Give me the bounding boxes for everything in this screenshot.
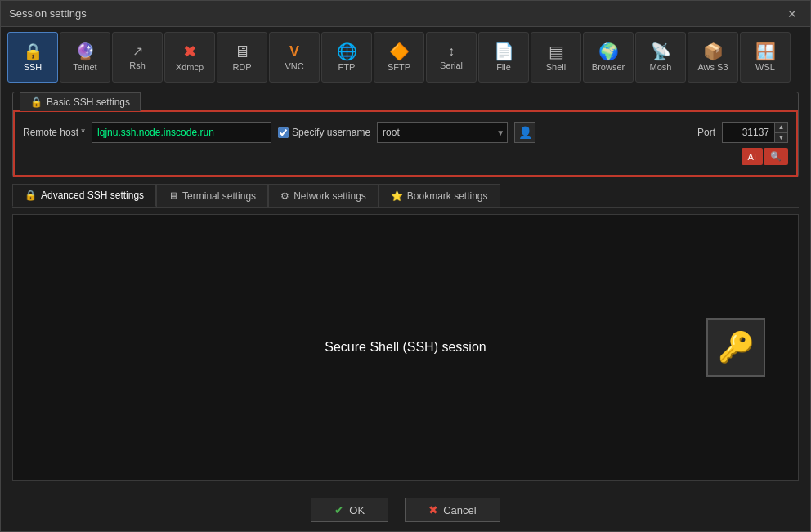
ftp-icon: 🌐 [337, 43, 357, 60]
proto-mosh-label: Mosh [650, 62, 672, 72]
remote-host-label: Remote host * [23, 127, 85, 138]
wsl-icon: 🪟 [755, 43, 776, 60]
proto-wsl-label: WSL [755, 62, 775, 72]
xdmcp-icon: ✖ [183, 43, 197, 60]
specify-username-checkbox[interactable] [278, 127, 289, 138]
specify-username-label: Specify username [292, 127, 370, 138]
proto-shell[interactable]: ▤ Shell [531, 32, 581, 83]
protocol-bar: 🔒 SSH 🔮 Telnet ↗ Rsh ✖ Xdmcp 🖥 RDP V VNC… [1, 27, 810, 83]
tab-bookmark[interactable]: ⭐ Bookmark settings [379, 184, 500, 207]
mosh-icon: 📡 [651, 43, 671, 60]
port-label: Port [697, 127, 715, 138]
basic-ssh-body: Remote host * Specify username root ▼ 👤 [13, 110, 798, 177]
proto-xdmcp-label: Xdmcp [176, 62, 204, 72]
host-row: Remote host * Specify username root ▼ 👤 [23, 122, 788, 143]
footer: ✔ OK ✖ Cancel [1, 489, 810, 531]
rsh-icon: ↗ [132, 45, 143, 58]
bookmark-icon: ⭐ [391, 190, 403, 202]
telnet-icon: 🔮 [75, 43, 96, 60]
proto-vnc[interactable]: V VNC [269, 32, 320, 83]
proto-ssh[interactable]: 🔒 SSH [7, 32, 58, 83]
ok-label: OK [349, 504, 365, 516]
file-icon: 📄 [494, 43, 514, 60]
cancel-label: Cancel [443, 504, 476, 516]
basic-ssh-panel: 🔒 Basic SSH settings Remote host * Speci… [12, 92, 799, 177]
proto-sftp[interactable]: 🔶 SFTP [374, 32, 424, 83]
ssh-icon: 🔒 [23, 43, 43, 60]
proto-vnc-label: VNC [285, 61, 303, 71]
specify-username-check: Specify username [278, 127, 370, 138]
proto-browser[interactable]: 🌍 Browser [583, 32, 634, 83]
proto-browser-label: Browser [592, 62, 625, 72]
tab-terminal[interactable]: 🖥 Terminal settings [156, 184, 268, 207]
proto-rdp[interactable]: 🖥 RDP [217, 32, 267, 83]
proto-mosh[interactable]: 📡 Mosh [635, 32, 686, 83]
search-button[interactable]: 🔍 [764, 148, 788, 165]
key-icon-box: 🔑 [706, 318, 765, 377]
tab-bookmark-label: Bookmark settings [407, 190, 488, 202]
tab-advanced-ssh-label: Advanced SSH settings [41, 190, 144, 201]
vnc-icon: V [289, 44, 299, 59]
cancel-button[interactable]: ✖ Cancel [405, 498, 500, 522]
basic-ssh-tab[interactable]: 🔒 Basic SSH settings [20, 92, 141, 111]
terminal-icon: 🖥 [168, 190, 178, 202]
ok-check-icon: ✔ [334, 503, 344, 516]
proto-file-label: File [496, 62, 511, 72]
proto-serial[interactable]: ↕ Serial [426, 32, 477, 83]
ok-button[interactable]: ✔ OK [311, 498, 388, 522]
close-button[interactable]: ✕ [782, 4, 802, 24]
basic-ssh-tab-label: Basic SSH settings [47, 96, 130, 108]
user-icon-button[interactable]: 👤 [514, 122, 535, 143]
proto-ftp-label: FTP [338, 62, 356, 72]
sftp-icon: 🔶 [389, 43, 410, 60]
ai-overlay: AI 🔍 [23, 148, 788, 165]
browser-icon: 🌍 [598, 43, 619, 60]
proto-wsl[interactable]: 🪟 WSL [740, 32, 791, 83]
proto-serial-label: Serial [440, 60, 463, 70]
proto-telnet[interactable]: 🔮 Telnet [60, 32, 110, 83]
advanced-ssh-icon: 🔒 [25, 190, 37, 201]
proto-rsh[interactable]: ↗ Rsh [112, 32, 163, 83]
ssh-session-label: Secure Shell (SSH) session [325, 340, 486, 355]
port-spin-down[interactable]: ▼ [775, 132, 788, 143]
key-icon: 🔑 [718, 330, 755, 364]
cancel-x-icon: ✖ [428, 503, 438, 516]
tab-terminal-label: Terminal settings [182, 190, 256, 202]
user-icon: 👤 [518, 126, 532, 139]
username-select-wrapper: root ▼ [377, 122, 508, 143]
proto-awss3[interactable]: 📦 Aws S3 [688, 32, 738, 83]
tab-network-label: Network settings [293, 190, 366, 202]
proto-telnet-label: Telnet [73, 62, 96, 72]
session-settings-window: Session settings ✕ 🔒 SSH 🔮 Telnet ↗ Rsh … [0, 0, 811, 532]
proto-sftp-label: SFTP [388, 62, 410, 72]
remote-host-input[interactable] [92, 122, 271, 143]
proto-file[interactable]: 📄 File [478, 32, 529, 83]
proto-xdmcp[interactable]: ✖ Xdmcp [164, 32, 215, 83]
username-select[interactable]: root [377, 122, 508, 143]
proto-shell-label: Shell [546, 62, 566, 72]
proto-rdp-label: RDP [232, 62, 251, 72]
window-title: Session settings [9, 7, 87, 20]
serial-icon: ↕ [448, 45, 455, 58]
port-input-wrap: ▲ ▼ [722, 122, 788, 143]
port-input[interactable] [722, 122, 775, 143]
main-panel: Secure Shell (SSH) session 🔑 [12, 214, 799, 481]
titlebar: Session settings ✕ [1, 1, 810, 27]
tab-network[interactable]: ⚙ Network settings [268, 184, 379, 207]
port-spinner: ▲ ▼ [775, 122, 788, 143]
awss3-icon: 📦 [703, 43, 724, 60]
proto-rsh-label: Rsh [129, 60, 146, 70]
rdp-icon: 🖥 [234, 43, 250, 60]
basic-ssh-tab-icon: 🔒 [30, 96, 43, 108]
proto-ftp[interactable]: 🌐 FTP [321, 32, 372, 83]
shell-icon: ▤ [549, 43, 564, 60]
content-area: 🔒 Basic SSH settings Remote host * Speci… [1, 83, 810, 489]
tab-advanced-ssh[interactable]: 🔒 Advanced SSH settings [12, 184, 156, 207]
port-spin-up[interactable]: ▲ [775, 122, 788, 132]
network-icon: ⚙ [280, 190, 289, 202]
proto-awss3-label: Aws S3 [697, 62, 728, 72]
settings-tabs: 🔒 Advanced SSH settings 🖥 Terminal setti… [12, 184, 799, 208]
proto-ssh-label: SSH [24, 62, 43, 72]
ai-button[interactable]: AI [742, 148, 763, 165]
